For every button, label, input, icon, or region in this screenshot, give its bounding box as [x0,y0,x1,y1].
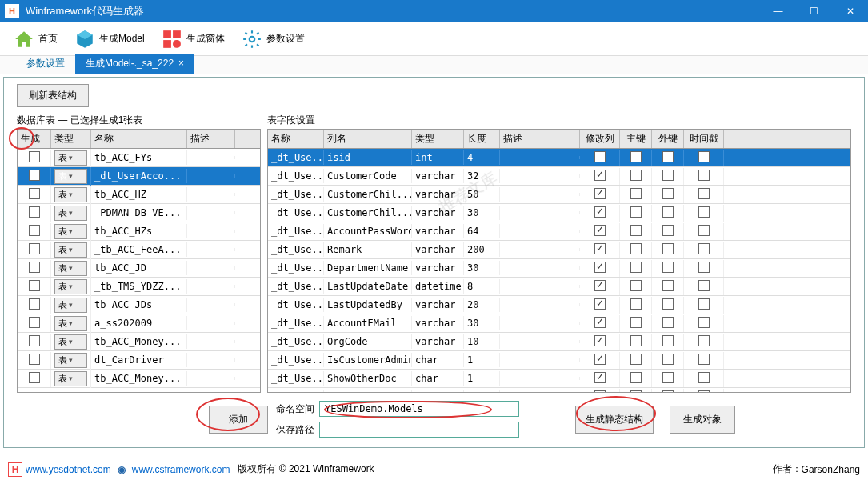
checkbox[interactable] [29,354,40,365]
maximize-button[interactable]: ☐ [796,0,832,22]
checkbox[interactable] [630,298,642,310]
table-row[interactable]: _dt_Use...isidint4 [268,149,850,167]
toolbar-home[interactable]: 首页 [6,25,64,54]
table-row[interactable]: 表_PDMAN_DB_VE... [18,204,260,222]
checkbox[interactable] [594,354,606,365]
checkbox[interactable] [698,390,710,394]
checkbox[interactable] [594,317,606,328]
table-row[interactable]: _dt_Use...CustomerCodevarchar32 [268,167,850,186]
checkbox[interactable] [630,390,642,394]
checkbox[interactable] [662,225,674,236]
table-row[interactable]: 表_tb_ACC_FeeA... [18,241,260,259]
table-row[interactable]: 表tb_ACC_JD [18,259,260,278]
checkbox[interactable] [630,372,642,383]
table-row[interactable]: _dt_Use...flagint4 [268,388,850,393]
table-row[interactable]: _dt_Use...CustomerChil...varchar50 [268,186,850,204]
table-row[interactable]: _dt_Use...IsCustomerAdminchar1 [268,351,850,370]
checkbox[interactable] [29,170,40,181]
table-row[interactable]: 表_dt_UserAcco... [18,167,260,186]
type-dropdown[interactable]: 表 [54,353,87,368]
checkbox[interactable] [662,170,674,181]
checkbox[interactable] [662,372,674,383]
table-row[interactable]: _dt_Use...AccountEMailvarchar30 [268,314,850,333]
toolbar-settings[interactable]: 参数设置 [234,25,311,54]
checkbox[interactable] [662,188,674,199]
checkbox[interactable] [662,335,674,346]
type-dropdown[interactable]: 表 [54,371,87,386]
type-dropdown[interactable]: 表 [54,169,87,184]
checkbox[interactable] [594,262,606,273]
table-row[interactable]: 表tb_ACC_FYs [18,149,260,167]
table-row[interactable]: 表tb_ACC_HZs [18,222,260,241]
checkbox[interactable] [630,262,642,273]
checkbox[interactable] [698,206,710,218]
toolbar-gen-model[interactable]: 生成Model [67,25,151,54]
table-row[interactable]: 表_tb_TMS_YDZZ... [18,278,260,296]
checkbox[interactable] [594,206,606,218]
savepath-input[interactable] [319,422,519,438]
checkbox[interactable] [29,243,40,254]
checkbox[interactable] [29,280,40,291]
checkbox[interactable] [698,170,710,181]
table-row[interactable]: _dt_Use...AccountPassWordvarchar64 [268,222,850,241]
type-dropdown[interactable]: 表 [54,224,87,239]
checkbox[interactable] [29,298,40,310]
type-dropdown[interactable]: 表 [54,279,87,294]
checkbox[interactable] [630,335,642,346]
gen-obj-button[interactable]: 生成对象 [670,406,735,434]
add-button[interactable]: 添加 [209,406,268,434]
tab-close-icon[interactable]: × [178,58,184,69]
checkbox[interactable] [594,280,606,291]
checkbox[interactable] [698,280,710,291]
close-button[interactable]: ✕ [832,0,868,22]
table-row[interactable]: _dt_Use...Remarkvarchar200 [268,241,850,259]
checkbox[interactable] [630,170,642,181]
checkbox[interactable] [630,280,642,291]
checkbox[interactable] [29,335,40,346]
checkbox[interactable] [662,317,674,328]
checkbox[interactable] [662,280,674,291]
table-row[interactable]: 表tb_ACC_HZ [18,186,260,204]
table-row[interactable]: _dt_Use...DepartmentNamevarchar30 [268,259,850,278]
table-row[interactable]: _dt_Use...LastUpdateDatedatetime8 [268,278,850,296]
checkbox[interactable] [594,335,606,346]
checkbox[interactable] [662,298,674,310]
checkbox[interactable] [594,298,606,310]
checkbox[interactable] [29,188,40,199]
tab-gen-model[interactable]: 生成Model-._sa_222× [75,54,194,74]
refresh-button[interactable]: 刷新表结构 [17,84,89,107]
namespace-input[interactable] [319,401,519,417]
checkbox[interactable] [698,298,710,310]
footer-link2[interactable]: www.csframework.com [132,464,230,475]
checkbox[interactable] [630,225,642,236]
checkbox[interactable] [698,262,710,273]
checkbox[interactable] [594,151,606,162]
checkbox[interactable] [29,372,40,383]
type-dropdown[interactable]: 表 [54,334,87,350]
checkbox[interactable] [630,317,642,328]
checkbox[interactable] [698,335,710,346]
checkbox[interactable] [698,151,710,162]
table-row[interactable]: _dt_Use...OrgCodevarchar10 [268,333,850,351]
checkbox[interactable] [698,372,710,383]
type-dropdown[interactable]: 表 [54,187,87,202]
checkbox[interactable] [630,151,642,162]
type-dropdown[interactable]: 表 [54,150,87,166]
checkbox[interactable] [630,188,642,199]
checkbox[interactable] [594,243,606,254]
checkbox[interactable] [29,317,40,328]
checkbox[interactable] [662,390,674,394]
checkbox[interactable] [662,243,674,254]
checkbox[interactable] [698,225,710,236]
checkbox[interactable] [29,262,40,273]
type-dropdown[interactable]: 表 [54,206,87,221]
checkbox[interactable] [594,170,606,181]
checkbox[interactable] [698,243,710,254]
table-row[interactable]: _dt_Use...ShowOtherDocchar1 [268,370,850,388]
type-dropdown[interactable]: 表 [54,298,87,313]
checkbox[interactable] [630,243,642,254]
table-row[interactable]: _dt_Use...CustomerChil...varchar30 [268,204,850,222]
minimize-button[interactable]: — [760,0,796,22]
checkbox[interactable] [662,206,674,218]
checkbox[interactable] [698,354,710,365]
